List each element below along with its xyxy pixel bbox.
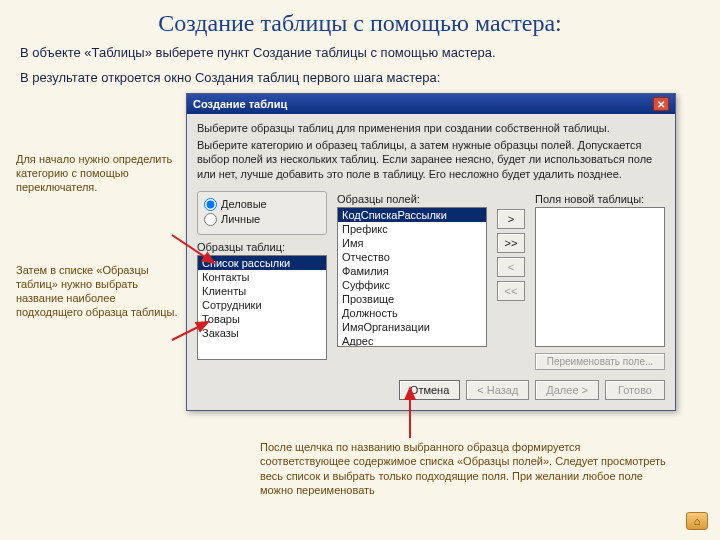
slide-title: Создание таблицы с помощью мастера: xyxy=(0,0,720,41)
annotation-sample-fields: После щелчка по названию выбранного обра… xyxy=(260,440,670,497)
home-icon[interactable]: ⌂ xyxy=(686,512,708,530)
radio-business[interactable] xyxy=(204,198,217,211)
next-button[interactable]: Далее > xyxy=(535,380,599,400)
sample-fields-listbox[interactable]: КодСпискаРассылки Префикс Имя Отчество Ф… xyxy=(337,207,487,347)
list-item[interactable]: Фамилия xyxy=(338,264,486,278)
list-item[interactable]: Прозвище xyxy=(338,292,486,306)
category-group: Деловые Личные xyxy=(197,191,327,235)
wizard-instruction-2: Выберите категорию и образец таблицы, а … xyxy=(197,138,665,181)
list-item[interactable]: Товары xyxy=(198,312,326,326)
annotation-sample-tables: Затем в списке «Образцы таблиц» нужно вы… xyxy=(16,264,178,319)
list-item[interactable]: Имя xyxy=(338,236,486,250)
radio-business-label: Деловые xyxy=(221,198,267,210)
dialog-title: Создание таблиц xyxy=(193,98,287,110)
list-item[interactable]: ИмяОрганизации xyxy=(338,320,486,334)
sample-fields-label: Образцы полей: xyxy=(337,193,487,205)
remove-all-fields-button[interactable]: << xyxy=(497,281,525,301)
list-item[interactable]: Заказы xyxy=(198,326,326,340)
dialog-titlebar[interactable]: Создание таблиц ✕ xyxy=(187,94,675,114)
list-item[interactable]: Сотрудники xyxy=(198,298,326,312)
intro-line-1: В объекте «Таблицы» выберете пункт Созда… xyxy=(20,45,700,60)
rename-field-button[interactable]: Переименовать поле... xyxy=(535,353,665,370)
annotation-category: Для начало нужно определить категорию с … xyxy=(16,153,178,194)
list-item[interactable]: Контакты xyxy=(198,270,326,284)
wizard-dialog: Создание таблиц ✕ Выберите образцы табли… xyxy=(186,93,676,411)
list-item[interactable]: Список рассылки xyxy=(198,256,326,270)
list-item[interactable]: Клиенты xyxy=(198,284,326,298)
new-fields-listbox[interactable] xyxy=(535,207,665,347)
remove-field-button[interactable]: < xyxy=(497,257,525,277)
list-item[interactable]: Префикс xyxy=(338,222,486,236)
wizard-instruction-1: Выберите образцы таблиц для применения п… xyxy=(197,122,665,134)
add-all-fields-button[interactable]: >> xyxy=(497,233,525,253)
sample-tables-listbox[interactable]: Список рассылки Контакты Клиенты Сотрудн… xyxy=(197,255,327,360)
radio-personal[interactable] xyxy=(204,213,217,226)
back-button[interactable]: < Назад xyxy=(466,380,529,400)
finish-button[interactable]: Готово xyxy=(605,380,665,400)
radio-personal-label: Личные xyxy=(221,213,260,225)
intro-line-2: В результате откроется окно Создания таб… xyxy=(20,70,700,85)
list-item[interactable]: Адрес xyxy=(338,334,486,347)
sample-tables-label: Образцы таблиц: xyxy=(197,241,327,253)
add-field-button[interactable]: > xyxy=(497,209,525,229)
list-item[interactable]: Отчество xyxy=(338,250,486,264)
list-item[interactable]: Суффикс xyxy=(338,278,486,292)
new-fields-label: Поля новой таблицы: xyxy=(535,193,665,205)
close-icon[interactable]: ✕ xyxy=(653,97,669,111)
cancel-button[interactable]: Отмена xyxy=(399,380,460,400)
list-item[interactable]: Должность xyxy=(338,306,486,320)
list-item[interactable]: КодСпискаРассылки xyxy=(338,208,486,222)
